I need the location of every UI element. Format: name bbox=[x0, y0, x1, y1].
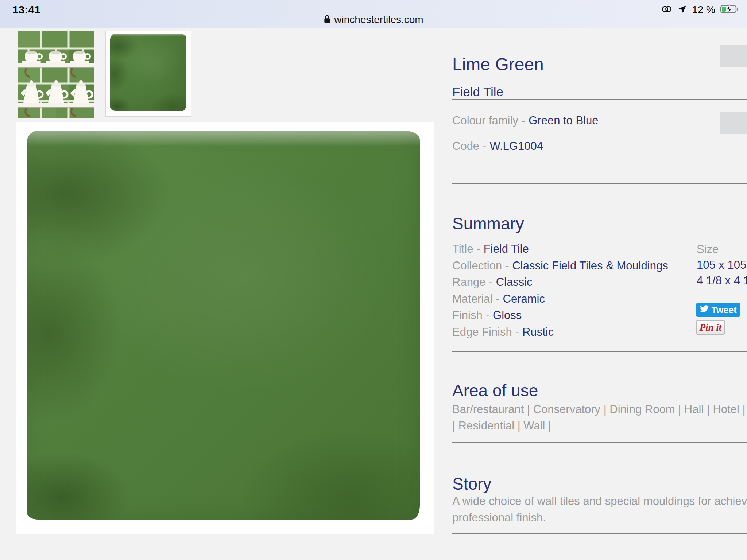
code-value: W.LG1004 bbox=[489, 140, 543, 152]
story-line: professional finish. bbox=[452, 509, 747, 526]
divider bbox=[452, 442, 747, 443]
size-imperial: 4 1/8 x 4 1 bbox=[697, 273, 747, 288]
thumbnail-lifestyle-photo[interactable] bbox=[18, 31, 94, 118]
pinit-label: Pin it bbox=[700, 322, 722, 333]
summary-row: Title-Field Tile bbox=[452, 241, 668, 257]
tweet-button[interactable]: Tweet bbox=[696, 303, 740, 317]
ipad-safari-screen: 13:41 12 % bbox=[0, 0, 747, 560]
code-label: Code bbox=[452, 140, 479, 152]
summary-row: Finish-Gloss bbox=[452, 307, 668, 324]
lock-icon bbox=[324, 15, 331, 25]
lime-green-tile-large-image bbox=[27, 131, 420, 520]
code-row: Code-W.LG1004 bbox=[452, 140, 543, 153]
pinit-button[interactable]: Pin it bbox=[696, 320, 725, 335]
clipped-action-placeholder[interactable] bbox=[720, 45, 747, 67]
teacups bbox=[22, 51, 90, 64]
summary-row: Edge Finish-Rustic bbox=[452, 324, 668, 341]
summary-row: Material-Ceramic bbox=[452, 291, 668, 307]
area-of-use-line: | Residential | Wall | bbox=[452, 417, 746, 434]
area-of-use-text: Bar/restaurant | Conservatory | Dining R… bbox=[452, 401, 746, 434]
product-title: Lime Green bbox=[452, 54, 544, 74]
size-column: Size 105 x 105 4 1/8 x 4 1 bbox=[697, 241, 747, 288]
battery-fill bbox=[722, 7, 726, 12]
story-text: A wide choice of wall tiles and special … bbox=[452, 493, 747, 526]
colour-family-value[interactable]: Green to Blue bbox=[529, 114, 598, 127]
summary-row: Range-Classic bbox=[452, 274, 668, 291]
green-tiles-teaware-illustration bbox=[18, 31, 94, 118]
teapots bbox=[20, 80, 92, 103]
area-of-use-line: Bar/restaurant | Conservatory | Dining R… bbox=[452, 401, 746, 417]
divider bbox=[452, 183, 747, 184]
size-label: Size bbox=[697, 241, 747, 257]
story-heading: Story bbox=[452, 474, 491, 494]
lime-green-tile-thumb-image bbox=[110, 34, 186, 111]
story-line: A wide choice of wall tiles and special … bbox=[452, 493, 747, 509]
address-bar[interactable]: winchestertiles.com bbox=[0, 13, 747, 26]
clipped-action-placeholder[interactable] bbox=[720, 112, 747, 134]
thumbnail-tile[interactable] bbox=[105, 31, 191, 117]
area-of-use-heading: Area of use bbox=[452, 381, 538, 400]
summary-row: Collection-Classic Field Tiles & Mouldin… bbox=[452, 257, 668, 274]
size-metric: 105 x 105 bbox=[697, 257, 747, 273]
product-subtitle: Field Tile bbox=[452, 85, 503, 99]
divider bbox=[452, 351, 747, 352]
colour-family-row: Colour family-Green to Blue bbox=[452, 114, 599, 127]
summary-rows: Title-Field Tile Collection-Classic Fiel… bbox=[452, 241, 668, 340]
divider bbox=[452, 533, 747, 534]
divider bbox=[452, 99, 747, 100]
main-product-image bbox=[16, 122, 434, 534]
twitter-bird-icon bbox=[700, 304, 709, 315]
safari-chrome: 13:41 12 % bbox=[0, 0, 747, 28]
summary-heading: Summary bbox=[452, 214, 524, 233]
tweet-label: Tweet bbox=[712, 305, 737, 315]
url-text: winchestertiles.com bbox=[334, 14, 423, 26]
colour-family-label: Colour family bbox=[452, 114, 518, 127]
